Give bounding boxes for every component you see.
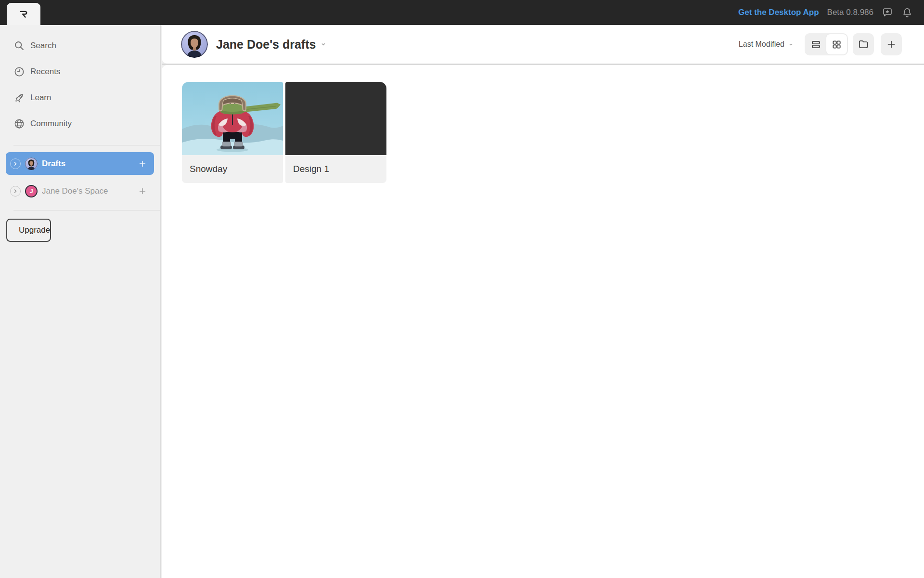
- sidebar-space-drafts[interactable]: Drafts: [6, 152, 154, 175]
- new-folder-button[interactable]: [853, 33, 874, 55]
- main-area: Jane Doe's drafts Last Modified: [162, 25, 924, 578]
- space-initial-avatar: J: [25, 185, 38, 197]
- sidebar-item-recents[interactable]: Recents: [0, 59, 160, 85]
- list-view-icon: [810, 39, 821, 50]
- sort-label: Last Modified: [739, 40, 784, 49]
- page-title[interactable]: Jane Doe's drafts: [216, 38, 316, 52]
- topbar: Get the Desktop App Beta 0.8.986: [0, 0, 924, 25]
- sidebar-item-search[interactable]: Search: [0, 33, 160, 59]
- content-header: Jane Doe's drafts Last Modified: [162, 25, 924, 64]
- add-file-plus-icon[interactable]: [138, 186, 147, 196]
- topbar-actions: Get the Desktop App Beta 0.8.986: [738, 0, 913, 25]
- grid-view-icon: [831, 39, 842, 50]
- folder-icon: [858, 39, 869, 50]
- clock-icon: [13, 66, 25, 78]
- sidebar-item-label: Community: [30, 119, 72, 129]
- list-view-button[interactable]: [806, 34, 826, 54]
- rocket-icon: [13, 92, 25, 104]
- drafts-owner-avatar[interactable]: [181, 31, 208, 58]
- design-1-thumbnail: [285, 82, 386, 155]
- sidebar-divider: [13, 145, 160, 145]
- sidebar-nav: Search Recents Learn: [0, 25, 160, 137]
- search-icon: [13, 40, 25, 52]
- feedback-bubble-star-icon[interactable]: [882, 7, 893, 18]
- sidebar-item-community[interactable]: Community: [0, 111, 160, 137]
- sidebar-item-label: Learn: [30, 93, 51, 103]
- grid-view-button[interactable]: [826, 34, 847, 54]
- beta-version-label: Beta 0.8.986: [827, 8, 873, 17]
- title-chevron-down-icon[interactable]: [320, 41, 327, 48]
- plus-icon: [886, 39, 897, 50]
- expand-chevron-icon[interactable]: [10, 158, 21, 169]
- sort-dropdown[interactable]: Last Modified: [739, 40, 794, 49]
- rive-logo-tab[interactable]: [7, 3, 40, 25]
- sidebar-divider: [13, 210, 160, 210]
- file-name: Design 1: [285, 155, 386, 183]
- new-file-button[interactable]: [881, 33, 902, 55]
- snowday-thumbnail: [182, 82, 283, 155]
- file-name: Snowday: [182, 155, 283, 183]
- get-desktop-app-link[interactable]: Get the Desktop App: [738, 8, 819, 17]
- file-card-design-1[interactable]: Design 1: [285, 82, 386, 183]
- drafts-avatar: [25, 158, 38, 170]
- space-label: Drafts: [42, 159, 133, 169]
- view-mode-toggle: [805, 33, 848, 55]
- space-label: Jane Doe's Space: [42, 186, 133, 196]
- sidebar-space-jane-does-space[interactable]: J Jane Doe's Space: [6, 180, 154, 202]
- file-grid: Snowday Design 1: [182, 82, 924, 183]
- add-file-plus-icon[interactable]: [138, 159, 147, 169]
- sidebar-item-label: Search: [30, 41, 56, 51]
- file-card-snowday[interactable]: Snowday: [182, 82, 283, 183]
- upgrade-button[interactable]: Upgrade: [6, 219, 51, 242]
- globe-icon: [13, 118, 25, 130]
- sidebar-item-learn[interactable]: Learn: [0, 85, 160, 111]
- sidebar-item-label: Recents: [30, 67, 60, 77]
- files-panel: Snowday Design 1: [162, 65, 924, 578]
- notifications-bell-icon[interactable]: [901, 7, 913, 18]
- chevron-down-icon: [788, 41, 794, 48]
- sidebar: Search Recents Learn: [0, 25, 161, 578]
- expand-chevron-icon[interactable]: [10, 186, 21, 197]
- rive-logo-icon: [16, 7, 31, 21]
